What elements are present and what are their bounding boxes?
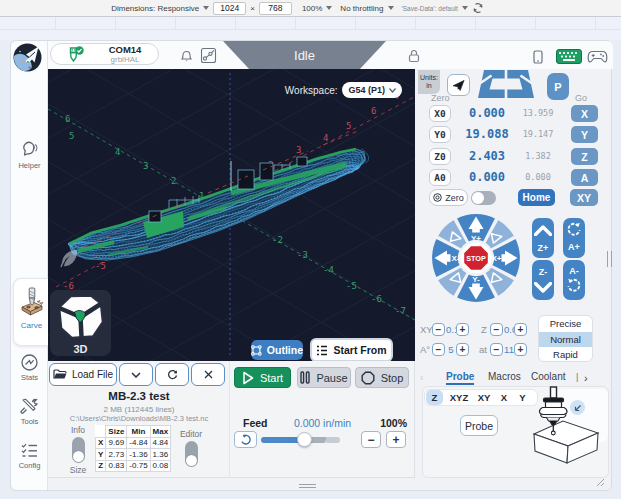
svg-text:6: 6 — [65, 114, 70, 124]
probe-panel: Z XYZ XY X Y Probe — [422, 386, 609, 478]
z-increment-plus[interactable]: + — [514, 323, 527, 336]
a-increment-minus[interactable]: − — [432, 343, 445, 356]
view-cube-label: 3D — [50, 343, 111, 355]
feed-plus-button[interactable]: + — [386, 431, 406, 448]
pause-job-button[interactable]: Pause — [297, 367, 351, 388]
lock-icon[interactable] — [406, 48, 422, 64]
stop-octagon-icon — [361, 371, 375, 385]
resize-corner-icon[interactable] — [596, 478, 605, 487]
park-button[interactable]: P — [547, 73, 569, 100]
gamepad-icon[interactable] — [587, 50, 608, 63]
svg-text:5: 5 — [346, 121, 351, 131]
rapid-position-buttons[interactable] — [478, 70, 534, 98]
close-icon — [204, 370, 213, 379]
tab-probe[interactable]: Probe — [446, 371, 474, 385]
speed-plus[interactable]: + — [514, 343, 527, 356]
workflow-icon[interactable] — [200, 47, 217, 64]
bottom-resize-handle[interactable] — [299, 484, 316, 488]
editor-toggle[interactable] — [185, 441, 198, 467]
devtools-height-input[interactable]: 768 — [259, 2, 292, 15]
jog-wheel[interactable]: Y+X+Y-X-STOP — [428, 210, 524, 306]
dro-row-z: Z0 2.403 1.382 Z — [418, 148, 613, 165]
phone-icon[interactable] — [532, 50, 544, 64]
devtools-savedata-select[interactable]: 'Save-Data': default — [402, 5, 468, 12]
feed-minus-button[interactable]: − — [361, 431, 381, 448]
devtools-throttling-select[interactable]: No throttling — [340, 4, 393, 13]
panel-resize-handle[interactable] — [607, 251, 612, 267]
sidebar-item-config[interactable]: Config — [11, 441, 48, 470]
xy-increment-plus[interactable]: + — [456, 323, 469, 336]
go-a-button[interactable]: A — [571, 169, 598, 186]
speed-minus[interactable]: − — [490, 343, 503, 356]
close-file-button[interactable] — [191, 363, 225, 386]
notifications-bell-icon[interactable] — [180, 49, 193, 63]
info-size-toggle[interactable] — [72, 437, 85, 463]
view-cube-card[interactable]: 3D — [50, 290, 111, 356]
devtools-dimensions-select[interactable]: Dimensions: Responsive — [111, 4, 209, 13]
probe-mode-z[interactable]: Z — [426, 390, 443, 405]
feed-reset-button[interactable] — [234, 431, 257, 448]
feed-slider-knob[interactable] — [297, 432, 312, 447]
y-machine-position: 19.147 — [522, 126, 554, 143]
preset-precise[interactable]: Precise — [539, 316, 592, 332]
zero-a-button[interactable]: A0 — [429, 169, 451, 186]
jog-z-minus-button[interactable]: Z- — [532, 260, 554, 300]
stop-job-button[interactable]: Stop — [355, 367, 409, 388]
jog-a-minus-button[interactable]: A- — [563, 260, 585, 300]
devtools-zoom-select[interactable]: 100% — [302, 4, 332, 13]
paper-plane-icon — [452, 79, 465, 92]
probe-mode-xyz[interactable]: XYZ — [446, 390, 472, 405]
sidebar-item-label: Tools — [11, 417, 48, 426]
at-label: at — [479, 343, 487, 356]
sidebar-item-carve[interactable]: Carve — [13, 278, 49, 346]
devtools-width-input[interactable]: 1024 — [213, 2, 246, 15]
feed-slider[interactable] — [261, 431, 340, 448]
reload-file-button[interactable] — [155, 363, 189, 386]
go-xy-label: XY — [577, 192, 591, 204]
workspace-select[interactable]: G54 (P1) — [342, 82, 402, 98]
tabs-scroll-left-icon[interactable]: ‹ — [420, 372, 423, 383]
keyboard-icon[interactable] — [556, 49, 582, 64]
tab-macros[interactable]: Macros — [488, 371, 521, 382]
probe-mode-x[interactable]: X — [496, 390, 512, 405]
xy-increment-minus[interactable]: − — [432, 323, 445, 336]
probe-mode-xy[interactable]: XY — [474, 390, 494, 405]
start-from-button[interactable]: Start From — [310, 338, 393, 361]
zero-z-button[interactable]: Z0 — [429, 148, 451, 165]
dro-toggle[interactable] — [471, 191, 496, 205]
file-menu-button[interactable] — [119, 363, 153, 386]
zero-y-button[interactable]: Y0 — [429, 126, 451, 143]
sidebar-item-label: Stats — [11, 373, 48, 382]
zero-x-button[interactable]: X0 — [429, 105, 451, 122]
sidebar-item-stats[interactable]: Stats — [11, 353, 48, 382]
z-increment-minus[interactable]: − — [490, 323, 503, 336]
firmware-label: grblHAL — [95, 55, 155, 64]
go-xy-button[interactable]: XY — [570, 189, 598, 206]
zero-all-button[interactable]: Zero — [429, 189, 468, 206]
gsender-logo[interactable] — [13, 43, 42, 72]
sidebar-item-tools[interactable]: Tools — [11, 397, 48, 426]
go-y-button[interactable]: Y — [571, 126, 598, 143]
go-x-button[interactable]: X — [571, 105, 598, 122]
preset-rapid[interactable]: Rapid — [539, 347, 592, 362]
load-file-button[interactable]: Load File — [49, 363, 117, 386]
sidebar: Helper Stats Tools — [11, 41, 48, 490]
a-machine-position: 0.000 — [522, 169, 554, 186]
visualizer[interactable]: 654321-2-3-4-5-6-71234567-5-6 Workspace:… — [48, 69, 415, 361]
jog-z-plus-button[interactable]: Z+ — [532, 218, 554, 258]
jog-a-plus-button[interactable]: A+ — [563, 218, 585, 258]
outline-button[interactable]: Outline — [251, 340, 303, 360]
go-to-location-button[interactable] — [447, 74, 470, 96]
go-z-button[interactable]: Z — [571, 148, 598, 165]
probe-button[interactable]: Probe — [460, 415, 498, 436]
home-button[interactable]: Home — [518, 189, 555, 206]
start-job-button[interactable]: Start — [234, 367, 291, 388]
config-checklist-icon — [20, 441, 39, 460]
probe-button-label: Probe — [465, 420, 493, 432]
connection-widget[interactable]: COM14 grblHAL — [50, 43, 159, 65]
jog-z-minus-label: Z- — [532, 267, 554, 277]
a-increment-plus[interactable]: + — [456, 343, 469, 356]
sidebar-item-helper[interactable]: Helper — [11, 140, 48, 170]
rotate-viewport-icon[interactable] — [472, 2, 484, 14]
preset-normal[interactable]: Normal — [539, 332, 592, 348]
